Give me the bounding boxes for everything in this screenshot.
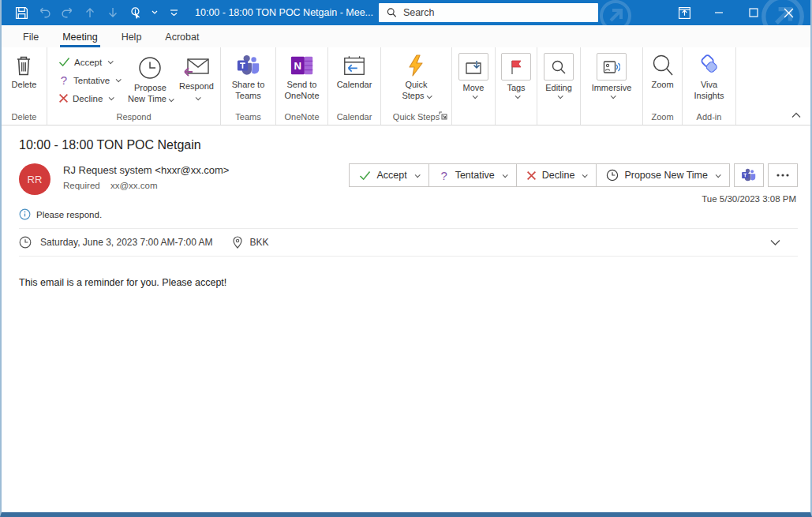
group-label-tags-empty — [496, 109, 537, 125]
zoom-button[interactable]: Zoom — [647, 52, 679, 92]
propose-new-time-button[interactable]: Propose New Time — [596, 163, 730, 187]
teams-icon — [236, 54, 261, 77]
ribbon-group-immersive: Immersive — [580, 47, 642, 125]
group-label-onenote: OneNote — [276, 109, 327, 125]
group-label-immersive-empty — [581, 109, 642, 125]
location-pin-icon — [232, 236, 243, 249]
decline-button[interactable]: Decline — [516, 163, 597, 187]
touch-mode-icon[interactable] — [127, 4, 144, 21]
maximize-icon[interactable] — [736, 0, 771, 25]
minimize-icon[interactable] — [702, 0, 736, 25]
chevron-down-icon — [611, 93, 616, 99]
outlook-meeting-window: 10:00 - 18:00 TON POC Netgain - Mee... F… — [0, 0, 812, 517]
clock-icon — [606, 169, 619, 182]
move-up-icon — [81, 4, 99, 21]
calendar-button[interactable]: Calendar — [334, 52, 376, 92]
accept-check-icon — [359, 170, 371, 181]
ribbon-tentative-button[interactable]: ? Tentative — [58, 72, 120, 88]
collapse-ribbon-icon[interactable] — [791, 107, 801, 122]
required-value[interactable]: xx@xx.com — [110, 181, 158, 190]
save-icon[interactable] — [13, 4, 30, 21]
search-box[interactable] — [379, 3, 598, 22]
trash-icon — [13, 54, 35, 77]
meeting-location: BKK — [250, 237, 269, 248]
delete-button[interactable]: Delete — [9, 52, 40, 92]
tentative-button[interactable]: ? Tentative — [428, 163, 517, 187]
ribbon-group-calendar: Calendar Calendar — [327, 47, 380, 125]
editing-button[interactable]: Editing — [544, 52, 574, 99]
chevron-down-icon — [473, 93, 478, 99]
expand-details-chevron-icon[interactable] — [770, 239, 780, 246]
meeting-response-bar: Accept ? Tentative Decline Propose New T… — [349, 163, 798, 187]
lightning-icon — [406, 54, 426, 77]
group-label-quick-steps: Quick Steps — [381, 109, 451, 125]
chevron-down-icon — [414, 172, 420, 178]
sender-block: RJ Request system <hxxr@xx.com> Required… — [63, 163, 342, 190]
ribbon-group-move: Move — [451, 47, 495, 125]
ribbon-group-zoom: Zoom Zoom — [642, 47, 682, 125]
propose-new-time-button[interactable]: ProposeNew Time — [125, 52, 176, 107]
accept-button[interactable]: Accept — [349, 163, 428, 187]
respond-button[interactable]: Respond — [176, 52, 217, 105]
search-input[interactable] — [403, 7, 590, 18]
chevron-down-icon — [108, 58, 114, 64]
more-options-button[interactable] — [768, 163, 798, 187]
reply-envelope-icon — [183, 55, 210, 79]
ribbon-group-quick-steps: QuickSteps Quick Steps — [380, 47, 451, 125]
chevron-down-icon — [502, 172, 507, 178]
ribbon-group-tags: Tags — [495, 47, 537, 125]
group-label-editing-empty — [537, 109, 580, 125]
ribbon-display-options-icon[interactable] — [667, 0, 702, 25]
message-subject: 10:00 - 18:00 TON POC Netgain — [19, 138, 798, 163]
group-label-addin: Add-in — [683, 109, 735, 125]
group-label-respond: Respond — [47, 109, 220, 125]
tab-file[interactable]: File — [13, 28, 49, 47]
move-to-folder-icon — [465, 59, 482, 75]
share-to-teams-button[interactable]: Share toTeams — [229, 52, 268, 103]
required-label: Required — [63, 181, 100, 190]
window-title: 10:00 - 18:00 TON POC Netgain - Mee... — [195, 0, 373, 25]
ribbon: Delete Delete Accept ? Tentative — [2, 47, 810, 126]
search-icon — [387, 7, 397, 18]
teams-icon — [741, 168, 757, 182]
onenote-icon: N — [290, 54, 315, 77]
ribbon-group-addin: VivaInsights Add-in — [682, 47, 735, 125]
viva-insights-button[interactable]: VivaInsights — [691, 52, 728, 103]
customize-quick-access-icon[interactable] — [165, 4, 182, 21]
group-label-zoom: Zoom — [643, 109, 682, 125]
ribbon-group-onenote: N Send toOneNote OneNote — [275, 47, 327, 125]
immersive-button[interactable]: Immersive — [592, 52, 632, 99]
tags-button[interactable]: Tags — [501, 52, 531, 99]
required-attendees: Required xx@xx.com — [63, 181, 342, 190]
message-body: This email is a reminder for you. Please… — [19, 277, 798, 288]
touch-mode-dropdown-icon[interactable] — [150, 4, 159, 21]
svg-text:N: N — [294, 60, 301, 72]
chevron-down-icon — [558, 93, 563, 99]
quick-steps-button[interactable]: QuickSteps — [399, 52, 433, 103]
chevron-down-icon — [716, 172, 721, 178]
group-label-calendar: Calendar — [328, 109, 380, 125]
viva-insights-icon — [696, 54, 721, 77]
divider — [19, 256, 798, 257]
sender-avatar[interactable]: RR — [19, 163, 51, 195]
group-label-teams: Teams — [221, 109, 275, 125]
move-button[interactable]: Move — [458, 52, 488, 99]
chevron-down-icon — [196, 95, 201, 100]
quick-steps-dialog-launcher-icon[interactable] — [439, 111, 447, 122]
window-controls — [667, 0, 806, 25]
tab-acrobat[interactable]: Acrobat — [155, 28, 209, 47]
ribbon-accept-button[interactable]: Accept — [58, 54, 120, 70]
chevron-down-icon — [515, 93, 521, 99]
send-to-onenote-button[interactable]: N Send toOneNote — [281, 52, 322, 103]
sender-name[interactable]: RJ Request system <hxxr@xx.com> — [63, 164, 342, 176]
close-icon[interactable] — [771, 0, 806, 25]
teams-meeting-button[interactable] — [734, 163, 764, 187]
respond-notice: Please respond. — [19, 208, 798, 220]
flag-icon — [509, 59, 523, 75]
ribbon-decline-button[interactable]: Decline — [58, 90, 120, 107]
message-timestamp: Tue 5/30/2023 3:08 PM — [702, 194, 798, 204]
magnifier-icon — [551, 59, 567, 75]
tab-meeting[interactable]: Meeting — [52, 28, 107, 47]
accept-check-icon — [58, 57, 70, 67]
tab-help[interactable]: Help — [111, 28, 152, 47]
